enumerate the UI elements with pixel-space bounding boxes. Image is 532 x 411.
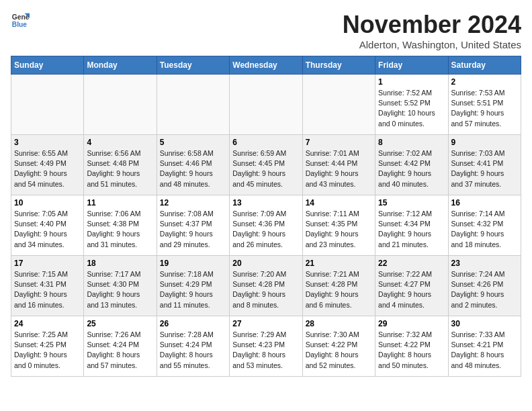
day-info: Sunrise: 7:08 AMSunset: 4:37 PMDaylight:… <box>160 209 226 250</box>
calendar-cell: 7Sunrise: 7:01 AMSunset: 4:44 PMDaylight… <box>302 135 375 195</box>
day-number: 19 <box>160 259 226 268</box>
calendar-cell: 18Sunrise: 7:17 AMSunset: 4:30 PMDayligh… <box>84 256 157 316</box>
day-info: Sunrise: 6:56 AMSunset: 4:48 PMDaylight:… <box>87 148 153 189</box>
calendar-cell: 27Sunrise: 7:29 AMSunset: 4:23 PMDayligh… <box>230 316 302 377</box>
day-info: Sunrise: 7:12 AMSunset: 4:34 PMDaylight:… <box>378 209 445 250</box>
calendar-cell: 6Sunrise: 6:59 AMSunset: 4:45 PMDaylight… <box>230 135 302 195</box>
weekday-header-monday: Monday <box>84 56 157 75</box>
weekday-header-saturday: Saturday <box>448 56 521 75</box>
weekday-header-thursday: Thursday <box>302 56 375 75</box>
calendar-table: SundayMondayTuesdayWednesdayThursdayFrid… <box>11 56 521 377</box>
day-number: 20 <box>232 259 299 268</box>
calendar-week-row: 1Sunrise: 7:52 AMSunset: 5:52 PMDaylight… <box>11 75 521 135</box>
day-info: Sunrise: 7:26 AMSunset: 4:24 PMDaylight:… <box>87 330 153 371</box>
day-number: 25 <box>87 319 153 328</box>
calendar-cell: 13Sunrise: 7:09 AMSunset: 4:36 PMDayligh… <box>230 195 302 256</box>
calendar-cell: 12Sunrise: 7:08 AMSunset: 4:37 PMDayligh… <box>157 195 229 256</box>
day-info: Sunrise: 7:53 AMSunset: 5:51 PMDaylight:… <box>451 88 518 129</box>
day-number: 28 <box>306 319 372 328</box>
calendar-week-row: 24Sunrise: 7:25 AMSunset: 4:25 PMDayligh… <box>11 316 521 377</box>
day-info: Sunrise: 7:14 AMSunset: 4:32 PMDaylight:… <box>451 209 518 250</box>
calendar-cell: 21Sunrise: 7:21 AMSunset: 4:28 PMDayligh… <box>302 256 375 316</box>
weekday-header-tuesday: Tuesday <box>157 56 229 75</box>
calendar-cell: 22Sunrise: 7:22 AMSunset: 4:27 PMDayligh… <box>375 256 448 316</box>
day-number: 23 <box>451 259 518 268</box>
month-title: November 2024 <box>343 11 521 39</box>
calendar-cell: 30Sunrise: 7:33 AMSunset: 4:21 PMDayligh… <box>448 316 521 377</box>
day-info: Sunrise: 7:21 AMSunset: 4:28 PMDaylight:… <box>306 269 372 310</box>
weekday-header-sunday: Sunday <box>11 56 84 75</box>
day-number: 22 <box>378 259 445 268</box>
calendar-cell: 28Sunrise: 7:30 AMSunset: 4:22 PMDayligh… <box>302 316 375 377</box>
weekday-header-wednesday: Wednesday <box>230 56 302 75</box>
day-info: Sunrise: 7:30 AMSunset: 4:22 PMDaylight:… <box>306 330 372 371</box>
day-number: 29 <box>378 319 445 328</box>
calendar-cell: 10Sunrise: 7:05 AMSunset: 4:40 PMDayligh… <box>11 195 84 256</box>
day-info: Sunrise: 7:01 AMSunset: 4:44 PMDaylight:… <box>306 148 372 189</box>
calendar-cell: 3Sunrise: 6:55 AMSunset: 4:49 PMDaylight… <box>11 135 84 195</box>
day-number: 26 <box>160 319 226 328</box>
day-info: Sunrise: 7:22 AMSunset: 4:27 PMDaylight:… <box>378 269 445 310</box>
day-info: Sunrise: 6:59 AMSunset: 4:45 PMDaylight:… <box>232 148 299 189</box>
day-number: 9 <box>451 138 518 147</box>
day-info: Sunrise: 7:18 AMSunset: 4:29 PMDaylight:… <box>160 269 226 310</box>
calendar-week-row: 17Sunrise: 7:15 AMSunset: 4:31 PMDayligh… <box>11 256 521 316</box>
day-info: Sunrise: 7:33 AMSunset: 4:21 PMDaylight:… <box>451 330 518 371</box>
day-info: Sunrise: 7:32 AMSunset: 4:22 PMDaylight:… <box>378 330 445 371</box>
day-number: 14 <box>306 198 372 208</box>
calendar-cell <box>84 75 157 135</box>
day-number: 5 <box>160 138 226 147</box>
calendar-cell: 23Sunrise: 7:24 AMSunset: 4:26 PMDayligh… <box>448 256 521 316</box>
calendar-cell: 4Sunrise: 6:56 AMSunset: 4:48 PMDaylight… <box>84 135 157 195</box>
day-info: Sunrise: 7:25 AMSunset: 4:25 PMDaylight:… <box>14 330 81 371</box>
calendar-cell: 25Sunrise: 7:26 AMSunset: 4:24 PMDayligh… <box>84 316 157 377</box>
day-info: Sunrise: 7:28 AMSunset: 4:24 PMDaylight:… <box>160 330 226 371</box>
calendar-cell: 15Sunrise: 7:12 AMSunset: 4:34 PMDayligh… <box>375 195 448 256</box>
day-number: 18 <box>87 259 153 268</box>
calendar-cell: 24Sunrise: 7:25 AMSunset: 4:25 PMDayligh… <box>11 316 84 377</box>
day-info: Sunrise: 7:03 AMSunset: 4:41 PMDaylight:… <box>451 148 518 189</box>
day-number: 11 <box>87 198 153 208</box>
calendar-cell <box>302 75 375 135</box>
calendar-cell: 16Sunrise: 7:14 AMSunset: 4:32 PMDayligh… <box>448 195 521 256</box>
day-info: Sunrise: 7:24 AMSunset: 4:26 PMDaylight:… <box>451 269 518 310</box>
day-number: 12 <box>160 198 226 208</box>
day-number: 4 <box>87 138 153 147</box>
day-number: 6 <box>232 138 299 147</box>
calendar-week-row: 3Sunrise: 6:55 AMSunset: 4:49 PMDaylight… <box>11 135 521 195</box>
day-number: 27 <box>232 319 299 328</box>
calendar-cell: 17Sunrise: 7:15 AMSunset: 4:31 PMDayligh… <box>11 256 84 316</box>
calendar-cell <box>11 75 84 135</box>
day-info: Sunrise: 7:15 AMSunset: 4:31 PMDaylight:… <box>14 269 81 310</box>
day-number: 16 <box>451 198 518 208</box>
day-info: Sunrise: 7:02 AMSunset: 4:42 PMDaylight:… <box>378 148 445 189</box>
day-number: 3 <box>14 138 81 147</box>
day-info: Sunrise: 7:05 AMSunset: 4:40 PMDaylight:… <box>14 209 81 250</box>
calendar-cell: 14Sunrise: 7:11 AMSunset: 4:35 PMDayligh… <box>302 195 375 256</box>
day-info: Sunrise: 6:55 AMSunset: 4:49 PMDaylight:… <box>14 148 81 189</box>
page-header: General Blue November 2024 Alderton, Was… <box>11 11 521 50</box>
calendar-cell: 5Sunrise: 6:58 AMSunset: 4:46 PMDaylight… <box>157 135 229 195</box>
calendar-cell: 1Sunrise: 7:52 AMSunset: 5:52 PMDaylight… <box>375 75 448 135</box>
day-number: 1 <box>378 77 445 87</box>
day-number: 15 <box>378 198 445 208</box>
title-area: November 2024 Alderton, Washington, Unit… <box>343 11 521 50</box>
day-info: Sunrise: 7:11 AMSunset: 4:35 PMDaylight:… <box>306 209 372 250</box>
calendar-cell <box>157 75 229 135</box>
day-number: 17 <box>14 259 81 268</box>
day-info: Sunrise: 7:17 AMSunset: 4:30 PMDaylight:… <box>87 269 153 310</box>
calendar-cell: 11Sunrise: 7:06 AMSunset: 4:38 PMDayligh… <box>84 195 157 256</box>
calendar-cell <box>230 75 302 135</box>
logo: General Blue <box>11 11 30 30</box>
calendar-cell: 26Sunrise: 7:28 AMSunset: 4:24 PMDayligh… <box>157 316 229 377</box>
calendar-cell: 29Sunrise: 7:32 AMSunset: 4:22 PMDayligh… <box>375 316 448 377</box>
day-info: Sunrise: 6:58 AMSunset: 4:46 PMDaylight:… <box>160 148 226 189</box>
day-number: 21 <box>306 259 372 268</box>
day-number: 8 <box>378 138 445 147</box>
calendar-cell: 19Sunrise: 7:18 AMSunset: 4:29 PMDayligh… <box>157 256 229 316</box>
calendar-cell: 9Sunrise: 7:03 AMSunset: 4:41 PMDaylight… <box>448 135 521 195</box>
location-subtitle: Alderton, Washington, United States <box>343 39 521 50</box>
day-number: 7 <box>306 138 372 147</box>
logo-icon: General Blue <box>11 11 30 30</box>
calendar-cell: 8Sunrise: 7:02 AMSunset: 4:42 PMDaylight… <box>375 135 448 195</box>
